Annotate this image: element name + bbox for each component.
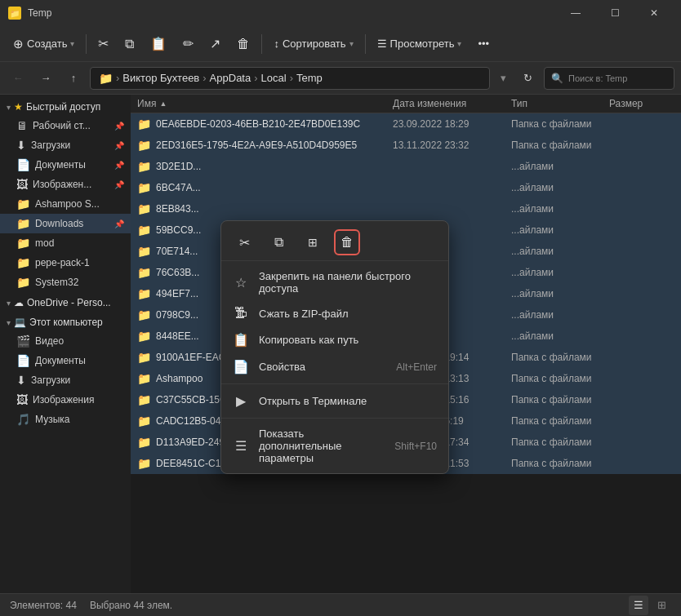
minimize-button[interactable]: — <box>557 0 594 26</box>
rename-tool-button[interactable]: ✏ <box>176 31 200 57</box>
window-controls: — ☐ ✕ <box>557 0 673 26</box>
images-pin: 📌 <box>114 180 124 189</box>
delete-tool-button[interactable]: 🗑 <box>230 31 256 57</box>
folder-icon: 📁 <box>137 287 151 300</box>
ctx-item-more-options[interactable]: ☰ Показать дополнительные параметры Shif… <box>221 422 448 470</box>
forward-button[interactable]: → <box>34 67 57 90</box>
sidebar-label-ashampoo: Ashampoo S... <box>35 198 124 210</box>
sidebar-item-dl-pc[interactable]: ⬇ Загрузки <box>0 370 131 390</box>
ctx-separator-2 <box>221 418 448 419</box>
ctx-item-zip[interactable]: 🗜 Сжать в ZIP-файл <box>221 300 448 326</box>
sidebar-item-desktop[interactable]: 🖥 Рабочий ст... 📌 <box>0 116 131 135</box>
paste-tool-button[interactable]: 📋 <box>144 31 173 57</box>
this-pc-header[interactable]: ▾ 💻 Этот компьютер <box>0 313 131 331</box>
path-dropdown-button[interactable]: ▾ <box>495 67 511 90</box>
create-chevron: ▾ <box>70 39 74 48</box>
file-type: Папка с файлами <box>511 437 609 448</box>
search-placeholder: Поиск в: Temp <box>568 73 627 83</box>
view-button[interactable]: ☰ Просмотреть ▾ <box>371 31 469 57</box>
sidebar-label-system32: System32 <box>35 277 124 288</box>
folder-icon: 📁 <box>137 224 151 237</box>
quick-access-header[interactable]: ▾ ★ Быстрый доступ <box>0 98 131 116</box>
path-temp[interactable]: Temp <box>296 72 323 84</box>
up-button[interactable]: ↑ <box>62 67 85 90</box>
copy-icon: ⧉ <box>125 37 134 51</box>
file-type: ...айлами <box>511 309 609 321</box>
file-date: 13.11.2022 23:32 <box>393 140 511 151</box>
downloads-pin: 📌 <box>114 141 124 150</box>
refresh-button[interactable]: ↻ <box>516 67 539 90</box>
sidebar-item-documents[interactable]: 📄 Документы 📌 <box>0 155 131 175</box>
toolbar-sep-1 <box>86 34 87 54</box>
file-name: 59BCC9... <box>156 224 201 236</box>
create-button[interactable]: ⊕ Создать ▾ <box>7 31 81 57</box>
col-type-label: Тип <box>511 98 527 109</box>
downloads-icon: ⬇ <box>16 139 26 152</box>
sidebar-label-downloads-folder: Downloads <box>35 218 108 229</box>
sidebar-item-downloads-folder[interactable]: 📁 Downloads 📌 <box>0 214 131 233</box>
table-row[interactable]: 📁 0EA6EBDE-0203-46EB-B210-2E47BD0E139C 2… <box>131 113 681 135</box>
sidebar-label-pepe: pepe-pack-1 <box>35 257 124 268</box>
ctx-item-pin[interactable]: ☆ Закрепить на панели быстрого доступа <box>221 264 448 300</box>
sidebar-item-downloads[interactable]: ⬇ Загрузки 📌 <box>0 135 131 155</box>
video-icon: 🎬 <box>16 335 30 348</box>
col-header-size[interactable]: Размер <box>609 98 674 109</box>
sidebar-item-ashampoo[interactable]: 📁 Ashampoo S... <box>0 194 131 214</box>
ctx-item-properties[interactable]: 📄 Свойства Alt+Enter <box>221 353 448 380</box>
onedrive-section: ▾ ☁ OneDrive - Perso... <box>0 294 131 312</box>
maximize-button[interactable]: ☐ <box>596 0 634 26</box>
table-row[interactable]: 📁 8EB843... ...айлами <box>131 198 681 219</box>
sidebar-item-pepe[interactable]: 📁 pepe-pack-1 <box>0 253 131 273</box>
ctx-copy-button[interactable]: ⧉ <box>265 229 292 255</box>
file-type: Папка с файлами <box>511 118 609 130</box>
back-button[interactable]: ← <box>7 67 29 90</box>
ctx-delete-button[interactable]: 🗑 <box>334 229 360 255</box>
sidebar-item-docs-pc[interactable]: 📄 Документы <box>0 351 131 370</box>
col-header-name[interactable]: Имя ▲ <box>137 98 393 109</box>
sort-icon: ↕ <box>274 38 279 50</box>
onedrive-header[interactable]: ▾ ☁ OneDrive - Perso... <box>0 294 131 312</box>
context-menu: ✂ ⧉ ⊞ 🗑 ☆ Закрепить на панели быстрого д… <box>220 220 449 474</box>
this-pc-section: ▾ 💻 Этот компьютер 🎬 Видео 📄 Документы ⬇… <box>0 313 131 429</box>
path-viktor[interactable]: Виктор Бухтеев <box>122 72 199 84</box>
ctx-item-copy-path[interactable]: 📋 Копировать как путь <box>221 326 448 353</box>
file-type: Папка с файлами <box>511 394 609 405</box>
file-date: 23.09.2022 18:29 <box>393 118 511 130</box>
sidebar-item-img-pc[interactable]: 🖼 Изображения <box>0 390 131 410</box>
ctx-paste-button[interactable]: ⊞ <box>300 229 326 255</box>
file-type: ...айлами <box>511 330 609 342</box>
sidebar-item-system32[interactable]: 📁 System32 <box>0 273 131 292</box>
search-box[interactable]: 🔍 Поиск в: Temp <box>544 67 674 90</box>
path-local[interactable]: Local <box>261 72 287 84</box>
grid-view-button[interactable]: ⊞ <box>652 596 671 615</box>
folder-icon: 📁 <box>137 457 151 470</box>
col-header-type[interactable]: Тип <box>511 98 609 109</box>
sidebar-item-mod[interactable]: 📁 mod <box>0 233 131 253</box>
more-button[interactable]: ••• <box>471 31 496 57</box>
file-type: ...айлами <box>511 246 609 257</box>
view-label: Просмотреть <box>390 38 455 50</box>
sidebar-item-video[interactable]: 🎬 Видео <box>0 331 131 351</box>
path-appdata[interactable]: AppData <box>210 72 251 84</box>
list-view-button[interactable]: ☰ <box>629 596 648 615</box>
share-tool-button[interactable]: ↗ <box>203 31 227 57</box>
ctx-more-options-shortcut: Shift+F10 <box>394 441 437 452</box>
folder-icon: 📁 <box>137 308 151 321</box>
file-name: 494EF7... <box>156 288 198 299</box>
table-row[interactable]: 📁 2ED316E5-1795-4E2A-A9E9-A510D4D959E5 1… <box>131 135 681 156</box>
address-path[interactable]: 📁 › Виктор Бухтеев › AppData › Local › T… <box>90 67 490 90</box>
cut-tool-button[interactable]: ✂ <box>91 31 115 57</box>
file-name: 70E714... <box>156 246 198 257</box>
sort-button[interactable]: ↕ Сортировать ▾ <box>267 31 359 57</box>
ctx-cut-button[interactable]: ✂ <box>231 229 257 255</box>
table-row[interactable]: 📁 6BC47A... ...айлами <box>131 177 681 198</box>
onedrive-label: OneDrive - Perso... <box>27 297 111 308</box>
ctx-item-terminal[interactable]: ▶ Открыть в Терминале <box>221 388 448 414</box>
sidebar-item-music[interactable]: 🎵 Музыка <box>0 410 131 429</box>
table-row[interactable]: 📁 3D2E1D... ...айлами <box>131 156 681 177</box>
copy-tool-button[interactable]: ⧉ <box>118 31 140 57</box>
cut-icon: ✂ <box>98 36 109 51</box>
sidebar-item-images[interactable]: 🖼 Изображен... 📌 <box>0 175 131 194</box>
close-button[interactable]: ✕ <box>635 0 673 26</box>
col-header-date[interactable]: Дата изменения <box>393 98 511 109</box>
